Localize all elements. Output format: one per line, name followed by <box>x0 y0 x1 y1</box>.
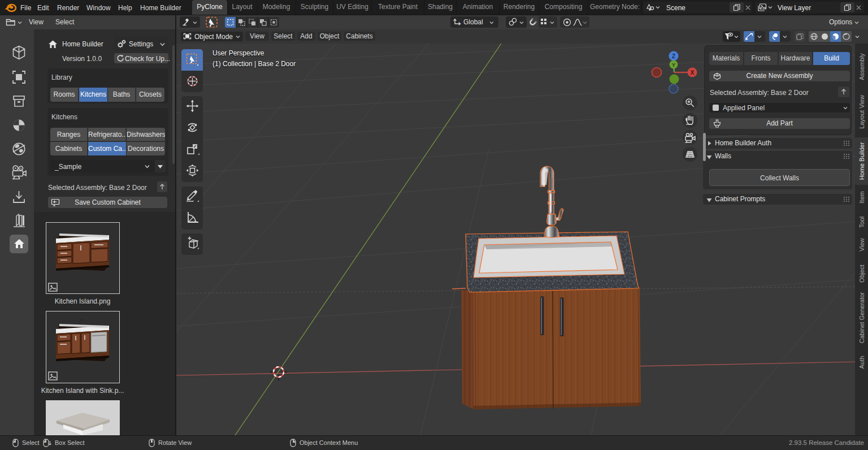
svg-text:Y: Y <box>672 62 675 68</box>
svg-text:Z: Z <box>672 53 675 59</box>
svg-text:X: X <box>691 70 695 76</box>
